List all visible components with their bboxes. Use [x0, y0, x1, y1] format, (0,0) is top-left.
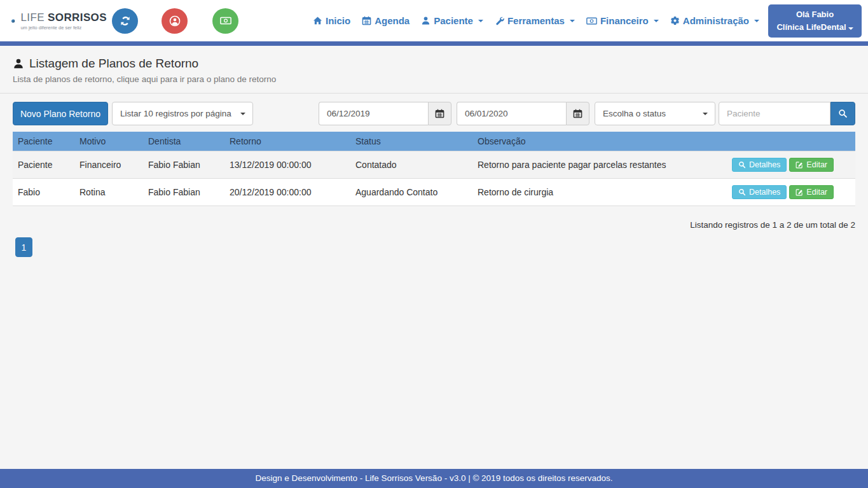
col-header-motivo: Motivo	[74, 132, 143, 151]
page-button-1[interactable]: 1	[15, 237, 32, 257]
chevron-down-icon	[754, 20, 759, 22]
cell-actions: Detalhes Editar	[727, 179, 855, 206]
page-size-select[interactable]: Listar 10 registros por página	[112, 102, 253, 125]
patient-search-input[interactable]	[719, 102, 830, 125]
status-select[interactable]: Escolha o status	[595, 102, 715, 125]
nav-label: Ferramentas	[507, 15, 565, 26]
table-row: Fabio Rotina Fabio Fabian 20/12/2019 00:…	[13, 179, 855, 206]
wrench-icon	[495, 16, 504, 25]
patient-search-group	[719, 102, 855, 125]
search-button[interactable]	[830, 102, 855, 125]
cell-retorno: 13/12/2019 00:00:00	[224, 151, 350, 179]
nav-label: Agenda	[375, 15, 410, 26]
new-return-plan-button[interactable]: Novo Plano Retorno	[13, 102, 108, 125]
filter-bar: Novo Plano Retorno Listar 10 registros p…	[0, 94, 868, 125]
return-plans-table-wrap: Paciente Motivo Dentista Retorno Status …	[0, 125, 868, 206]
brand-name-bold: SORRISOS	[48, 11, 107, 24]
edit-button[interactable]: Editar	[789, 185, 834, 199]
calendar-icon	[362, 16, 371, 25]
nav-item-paciente[interactable]: Paciente	[421, 15, 483, 26]
details-button[interactable]: Detalhes	[732, 185, 787, 199]
nav-label: Inicio	[326, 15, 350, 26]
col-header-dentista: Dentista	[143, 132, 224, 151]
nav-item-inicio[interactable]: Inicio	[313, 15, 350, 26]
refresh-button[interactable]	[112, 8, 138, 34]
chevron-down-icon	[848, 27, 853, 30]
nav-item-administracao[interactable]: Administração	[670, 15, 759, 26]
col-header-observacao: Observação	[472, 132, 727, 151]
nav-item-financeiro[interactable]: Financeiro	[586, 15, 659, 26]
person-icon	[13, 58, 24, 69]
select-caret-icon	[703, 113, 708, 115]
tooth-logo-icon	[11, 6, 15, 36]
chevron-down-icon	[570, 20, 575, 22]
cell-motivo: Rotina	[74, 179, 143, 206]
footer: Design e Desenvolvimento - Life Sorrisos…	[0, 469, 868, 488]
nav-item-ferramentas[interactable]: Ferramentas	[495, 15, 575, 26]
return-plans-table: Paciente Motivo Dentista Retorno Status …	[13, 132, 855, 206]
date-to-input[interactable]	[457, 102, 566, 125]
edit-icon	[796, 161, 803, 169]
patient-quick-button[interactable]	[162, 8, 188, 34]
pagination: 1	[0, 230, 868, 265]
col-header-retorno: Retorno	[224, 132, 350, 151]
cell-actions: Detalhes Editar	[727, 151, 855, 179]
user-greeting: Olá Fabio	[796, 9, 834, 20]
banknote-icon	[586, 17, 597, 25]
details-button[interactable]: Detalhes	[732, 158, 787, 172]
refresh-icon	[120, 15, 131, 27]
cell-observacao: Retorno para paciente pagar parcelas res…	[472, 151, 727, 179]
page-title: Listagem de Planos de Retorno	[13, 57, 855, 71]
col-header-actions	[727, 132, 855, 151]
chevron-down-icon	[654, 20, 659, 22]
cell-retorno: 20/12/2019 00:00:00	[224, 179, 350, 206]
date-from-input[interactable]	[319, 102, 428, 125]
calendar-icon	[435, 109, 444, 118]
cell-paciente: Paciente	[13, 151, 74, 179]
page-size-select-value: Listar 10 registros por página	[120, 109, 231, 118]
search-icon	[738, 161, 746, 169]
person-icon	[421, 16, 431, 25]
cell-status: Contatado	[350, 151, 472, 179]
brand-tagline: um jeito diferente de ser feliz	[20, 25, 107, 31]
gear-icon	[670, 16, 680, 25]
search-icon	[738, 188, 746, 196]
main-navigation: Inicio Agenda Paciente Ferramentas Finan…	[313, 15, 759, 26]
nav-item-agenda[interactable]: Agenda	[362, 15, 410, 26]
cell-motivo: Financeiro	[74, 151, 143, 179]
user-circle-icon	[169, 15, 181, 27]
date-to-group	[457, 102, 589, 125]
date-from-calendar-button[interactable]	[428, 102, 451, 125]
top-navbar: LIFE SORRISOS um jeito diferente de ser …	[0, 0, 868, 41]
page-subtitle: Lista de planos de retorno, clique aqui …	[13, 74, 855, 84]
brand-name-light: LIFE	[20, 11, 45, 24]
date-to-calendar-button[interactable]	[566, 102, 589, 125]
header-accent-strip	[0, 41, 868, 46]
home-icon	[313, 16, 322, 25]
status-select-value: Escolha o status	[603, 109, 666, 118]
cell-dentista: Fabio Fabian	[143, 151, 224, 179]
col-header-status: Status	[350, 132, 472, 151]
brand-text: LIFE SORRISOS um jeito diferente de ser …	[20, 11, 107, 31]
chevron-down-icon	[478, 20, 483, 22]
page-header: Listagem de Planos de Retorno Lista de p…	[0, 46, 868, 84]
finance-quick-button[interactable]	[212, 8, 238, 34]
nav-label: Financeiro	[600, 15, 649, 26]
edit-icon	[796, 188, 803, 196]
cell-paciente: Fabio	[13, 179, 74, 206]
clinic-name: Clínica LifeDental	[776, 22, 853, 33]
date-from-group	[319, 102, 451, 125]
calendar-icon	[573, 109, 582, 118]
main-content: Listagem de Planos de Retorno Lista de p…	[0, 46, 868, 265]
cell-status: Aguardando Contato	[350, 179, 472, 206]
user-menu-button[interactable]: Olá Fabio Clínica LifeDental	[768, 4, 862, 38]
select-caret-icon	[240, 113, 245, 115]
records-summary: Listando registros de 1 a 2 de um total …	[0, 206, 868, 230]
table-header-row: Paciente Motivo Dentista Retorno Status …	[13, 132, 855, 151]
col-header-paciente: Paciente	[13, 132, 74, 151]
edit-button[interactable]: Editar	[789, 158, 834, 172]
brand-logo[interactable]: LIFE SORRISOS um jeito diferente de ser …	[11, 6, 107, 36]
nav-label: Paciente	[434, 15, 473, 26]
cell-observacao: Retorno de cirurgia	[472, 179, 727, 206]
nav-label: Administração	[683, 15, 749, 26]
